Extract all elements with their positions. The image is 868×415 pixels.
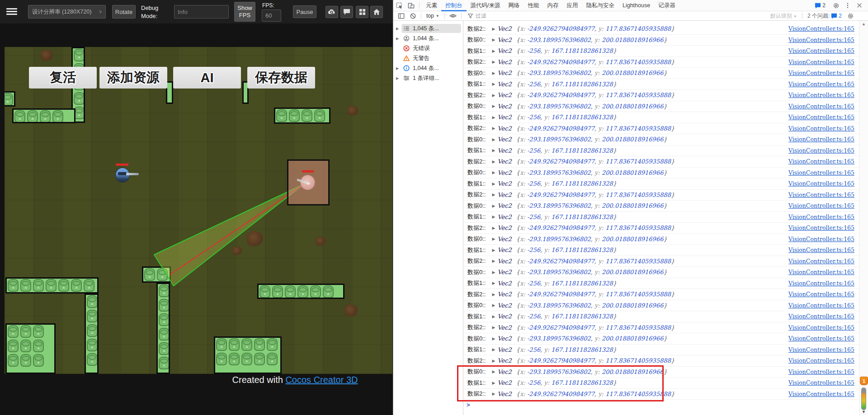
- expand-triangle-icon[interactable]: ▶: [492, 347, 495, 352]
- object-class-name[interactable]: Vec2: [497, 103, 511, 110]
- live-expression-eye-icon[interactable]: [447, 11, 459, 21]
- ai-button[interactable]: AI: [173, 67, 241, 89]
- source-link[interactable]: VisionController.ts:165: [788, 379, 854, 386]
- chat-button[interactable]: [340, 6, 353, 18]
- expand-triangle-icon[interactable]: ▶: [492, 148, 495, 153]
- source-link[interactable]: VisionController.ts:165: [788, 346, 854, 353]
- expand-triangle-icon[interactable]: ▶: [492, 359, 495, 363]
- object-class-name[interactable]: Vec2: [497, 191, 511, 198]
- expand-triangle-icon[interactable]: ▶: [492, 381, 495, 385]
- issues-counter[interactable]: 2: [815, 2, 826, 9]
- source-link[interactable]: VisionController.ts:165: [788, 92, 854, 98]
- source-link[interactable]: VisionController.ts:165: [788, 202, 854, 209]
- expand-triangle-icon[interactable]: ▶: [492, 60, 495, 64]
- source-link[interactable]: VisionController.ts:165: [788, 236, 854, 242]
- source-link[interactable]: VisionController.ts:165: [788, 324, 854, 331]
- expand-triangle-icon[interactable]: ▶: [492, 303, 495, 308]
- sidebar-item-info[interactable]: ▶1,044 条...: [393, 63, 463, 73]
- object-class-name[interactable]: Vec2: [497, 114, 511, 121]
- info-input[interactable]: [174, 5, 229, 19]
- expand-triangle-icon[interactable]: ▶: [396, 27, 401, 31]
- expand-triangle-icon[interactable]: ▶: [396, 37, 401, 41]
- console-settings-gear-icon[interactable]: [844, 11, 856, 21]
- extension-badge[interactable]: 1: [860, 377, 868, 385]
- source-link[interactable]: VisionController.ts:165: [788, 258, 854, 265]
- tab-Lighthouse[interactable]: Lighthouse: [618, 0, 654, 11]
- pause-button[interactable]: Pause: [293, 5, 316, 18]
- fps-value-input[interactable]: [262, 9, 281, 22]
- scroll-down-icon[interactable]: ▼: [859, 410, 868, 414]
- object-class-name[interactable]: Vec2: [497, 70, 511, 76]
- source-link[interactable]: VisionController.ts:165: [788, 25, 854, 32]
- expand-triangle-icon[interactable]: ▶: [492, 248, 495, 252]
- sidebar-item-verbose[interactable]: ▶1 条详细...: [393, 73, 463, 83]
- sidebar-item-list[interactable]: ▶1,045 条...: [393, 23, 463, 33]
- source-link[interactable]: VisionController.ts:165: [788, 158, 854, 165]
- expand-triangle-icon[interactable]: ▶: [492, 182, 495, 186]
- expand-triangle-icon[interactable]: ▶: [492, 392, 495, 396]
- object-class-name[interactable]: Vec2: [497, 269, 511, 275]
- object-class-name[interactable]: Vec2: [497, 258, 511, 265]
- sidebar-item-warning[interactable]: 无警告: [393, 53, 463, 63]
- expand-triangle-icon[interactable]: ▶: [492, 82, 495, 86]
- source-link[interactable]: VisionController.ts:165: [788, 291, 854, 298]
- object-class-name[interactable]: Vec2: [497, 335, 511, 342]
- scroll-up-icon[interactable]: ▲: [859, 22, 868, 26]
- source-link[interactable]: VisionController.ts:165: [788, 391, 854, 397]
- source-link[interactable]: VisionController.ts:165: [788, 70, 854, 76]
- object-class-name[interactable]: Vec2: [497, 313, 511, 320]
- source-link[interactable]: VisionController.ts:165: [788, 125, 854, 132]
- save-data-button[interactable]: 保存数据: [247, 67, 315, 89]
- object-class-name[interactable]: Vec2: [497, 346, 511, 353]
- object-class-name[interactable]: Vec2: [497, 47, 511, 54]
- tab-性能[interactable]: 性能: [524, 0, 543, 11]
- expand-triangle-icon[interactable]: ▶: [492, 314, 495, 319]
- source-link[interactable]: VisionController.ts:165: [788, 59, 854, 65]
- expand-triangle-icon[interactable]: ▶: [492, 336, 495, 341]
- source-link[interactable]: VisionController.ts:165: [788, 368, 854, 375]
- device-toolbar-icon[interactable]: [405, 0, 417, 10]
- expand-triangle-icon[interactable]: ▶: [396, 76, 401, 80]
- tab-隐私与安全[interactable]: 隐私与安全: [582, 0, 618, 11]
- tab-源代码/来源[interactable]: 源代码/来源: [467, 0, 505, 11]
- expand-triangle-icon[interactable]: ▶: [492, 192, 495, 197]
- expand-triangle-icon[interactable]: ▶: [492, 137, 495, 142]
- source-link[interactable]: VisionController.ts:165: [788, 169, 854, 176]
- source-link[interactable]: VisionController.ts:165: [788, 136, 854, 143]
- object-class-name[interactable]: Vec2: [497, 357, 511, 364]
- tab-网络[interactable]: 网络: [504, 0, 524, 11]
- object-class-name[interactable]: Vec2: [497, 180, 511, 187]
- source-link[interactable]: VisionController.ts:165: [788, 81, 854, 88]
- issues-link[interactable]: 2 个问题: 2: [807, 12, 842, 20]
- source-link[interactable]: VisionController.ts:165: [788, 357, 854, 364]
- expand-triangle-icon[interactable]: ▶: [492, 93, 495, 98]
- source-link[interactable]: VisionController.ts:165: [788, 302, 854, 309]
- expand-triangle-icon[interactable]: ▶: [396, 66, 401, 70]
- revive-button[interactable]: 复活: [29, 67, 97, 89]
- sidebar-item-error[interactable]: 无错误: [393, 43, 463, 53]
- tab-应用[interactable]: 应用: [562, 0, 582, 11]
- expand-triangle-icon[interactable]: ▶: [492, 37, 495, 42]
- expand-triangle-icon[interactable]: ▶: [492, 270, 495, 275]
- expand-triangle-icon[interactable]: ▶: [492, 226, 495, 230]
- grid-button[interactable]: [356, 6, 368, 18]
- expand-triangle-icon[interactable]: ▶: [492, 237, 495, 241]
- object-class-name[interactable]: Vec2: [497, 280, 511, 287]
- object-class-name[interactable]: Vec2: [497, 291, 511, 298]
- object-class-name[interactable]: Vec2: [497, 25, 511, 32]
- object-class-name[interactable]: Vec2: [497, 81, 511, 88]
- source-link[interactable]: VisionController.ts:165: [788, 269, 854, 275]
- expand-triangle-icon[interactable]: ▶: [492, 104, 495, 108]
- console-scrollbar[interactable]: ▲ 1 ▼: [859, 21, 868, 415]
- source-link[interactable]: VisionController.ts:165: [788, 191, 854, 198]
- console-filter-input[interactable]: [476, 13, 575, 19]
- source-link[interactable]: VisionController.ts:165: [788, 37, 854, 43]
- expand-triangle-icon[interactable]: ▶: [492, 170, 495, 175]
- object-class-name[interactable]: Vec2: [497, 136, 511, 143]
- expand-triangle-icon[interactable]: ▶: [492, 204, 495, 208]
- console-sidebar-toggle-icon[interactable]: [395, 11, 407, 21]
- close-devtools-icon[interactable]: [854, 0, 865, 10]
- log-level-dropdown[interactable]: 默认级别 ▼: [770, 12, 797, 20]
- object-class-name[interactable]: Vec2: [497, 302, 511, 309]
- cocos-creator-link[interactable]: Cocos Creator 3D: [285, 375, 358, 385]
